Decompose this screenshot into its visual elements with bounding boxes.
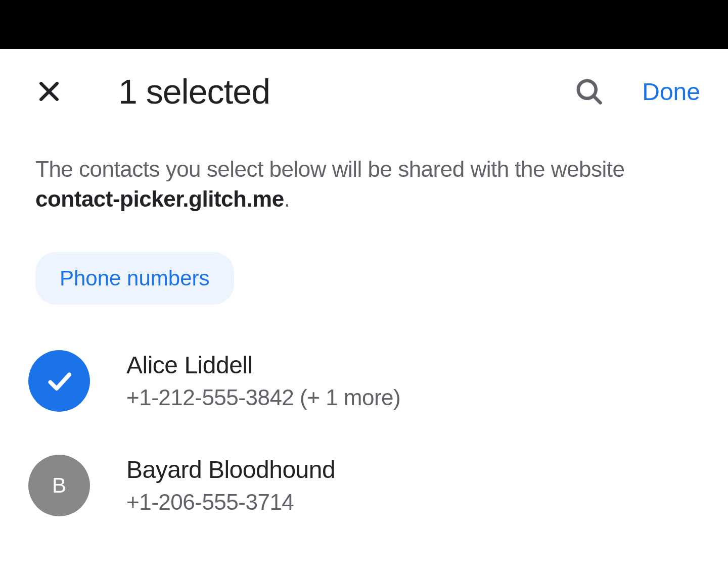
contact-avatar: B [28,455,90,516]
checkmark-icon [44,366,74,396]
description-website: contact-picker.glitch.me [35,186,284,211]
description-suffix: . [284,186,290,211]
contact-name: Alice Liddell [126,351,400,379]
close-icon [35,78,63,105]
contact-name: Bayard Bloodhound [126,456,335,483]
header: 1 selected Done [0,49,728,134]
contact-initial: B [52,473,66,498]
page-title: 1 selected [118,72,574,111]
contact-row[interactable]: Alice Liddell +1-212-555-3842 (+ 1 more) [0,350,728,412]
contact-info: Alice Liddell +1-212-555-3842 (+ 1 more) [126,351,400,410]
contact-phone: +1-212-555-3842 (+ 1 more) [126,385,400,410]
contact-phone: +1-206-555-3714 [126,490,335,515]
contact-avatar-selected [28,350,90,412]
done-button[interactable]: Done [642,78,700,106]
contact-row[interactable]: B Bayard Bloodhound +1-206-555-3714 [0,455,728,516]
svg-line-3 [594,96,601,103]
contacts-list: Alice Liddell +1-212-555-3842 (+ 1 more)… [0,305,728,516]
description-prefix: The contacts you select below will be sh… [35,157,624,181]
status-bar [0,0,728,49]
chip-phone-numbers[interactable]: Phone numbers [35,252,234,305]
search-button[interactable] [574,76,604,107]
search-icon [574,76,604,107]
close-button[interactable] [35,78,63,105]
chip-row: Phone numbers [0,214,728,305]
share-description: The contacts you select below will be sh… [0,134,728,214]
contact-info: Bayard Bloodhound +1-206-555-3714 [126,456,335,515]
